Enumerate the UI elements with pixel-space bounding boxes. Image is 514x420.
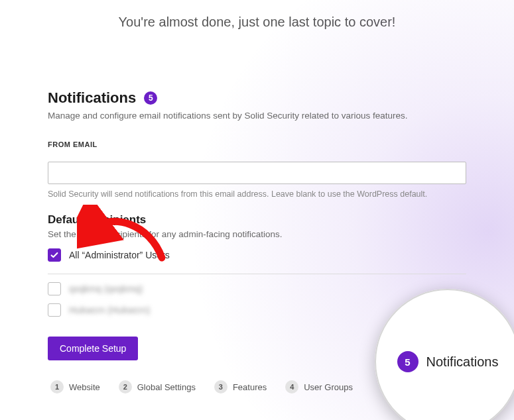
step-global-settings-label: Global Settings [137, 382, 196, 392]
checkbox-user-2-label: Hukwcrn (Hukwcrn) [69, 305, 150, 315]
checkbox-user-1-label: qxqkmq (qxqkmq) [69, 284, 143, 294]
step-features-number: 3 [214, 380, 227, 394]
callout-step-label: Notifications [426, 354, 499, 370]
recipients-divider [48, 274, 466, 274]
step-global-settings[interactable]: 2 Global Settings [119, 380, 196, 394]
complete-setup-button[interactable]: Complete Setup [48, 337, 138, 360]
header-tagline: You're almost done, just one last topic … [0, 0, 514, 30]
step-website-label: Website [69, 382, 100, 392]
step-features[interactable]: 3 Features [214, 380, 267, 394]
section-description: Manage and configure email notifications… [48, 111, 466, 121]
step-features-label: Features [233, 382, 267, 392]
step-global-settings-number: 2 [119, 380, 132, 394]
from-email-help: Solid Security will send notifications f… [48, 189, 466, 199]
checkbox-all-admins[interactable] [48, 248, 61, 262]
callout-step-number: 5 [397, 351, 418, 372]
step-website-number: 1 [50, 380, 64, 394]
section-step-badge: 5 [144, 91, 157, 105]
step-user-groups[interactable]: 4 User Groups [285, 380, 353, 394]
step-user-groups-label: User Groups [304, 382, 353, 392]
recipient-row-all-admins: All “Administrator” Users [48, 248, 466, 262]
step-website[interactable]: 1 Website [50, 380, 100, 394]
recipient-row-blurred-1: qxqkmq (qxqkmq) [48, 282, 466, 295]
checkbox-user-2[interactable] [48, 303, 61, 317]
section-title-row: Notifications 5 [48, 89, 466, 107]
checkbox-all-admins-label: All “Administrator” Users [69, 250, 170, 260]
check-icon [50, 250, 59, 260]
default-recipients-heading: Default Recipients [48, 213, 466, 227]
default-recipients-description: Set the default recipients for any admin… [48, 229, 466, 239]
from-email-input[interactable] [48, 162, 466, 184]
checkbox-user-1[interactable] [48, 282, 61, 295]
from-email-label: FROM EMAIL [48, 140, 466, 148]
step-user-groups-number: 4 [285, 380, 298, 394]
section-title: Notifications [48, 89, 136, 107]
